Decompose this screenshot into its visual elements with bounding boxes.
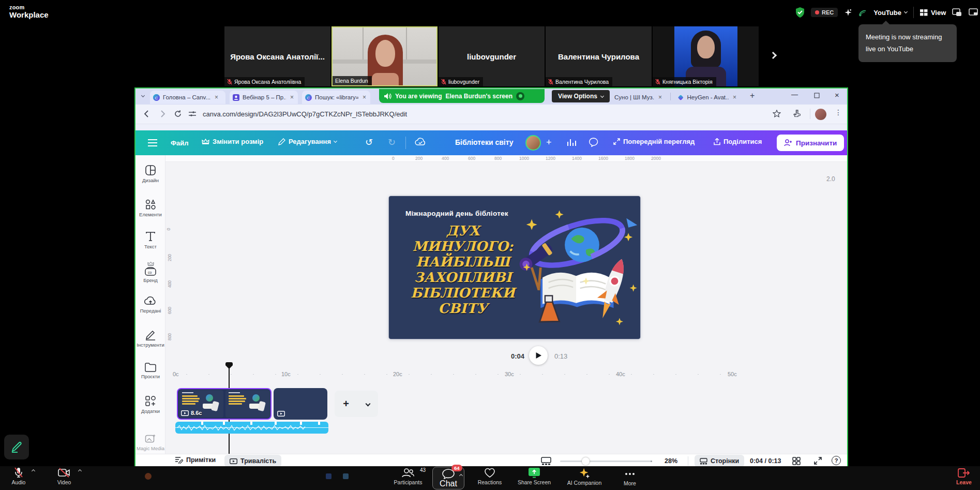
sidebar-item-magic-media[interactable]: Magic Media xyxy=(135,434,165,451)
tab-title: Головна – Canv... xyxy=(163,94,210,100)
close-tab-icon[interactable]: × xyxy=(733,94,736,101)
ai-companion-topbar-icon[interactable] xyxy=(844,8,852,17)
preview-button[interactable]: Попередній перегляд xyxy=(613,138,695,145)
fullscreen-icon[interactable] xyxy=(814,457,822,465)
add-collaborator-icon[interactable]: + xyxy=(546,137,552,148)
browser-tab-webinar[interactable]: Вебінар 5 – Пр... × xyxy=(230,91,298,104)
site-info-icon[interactable] xyxy=(188,110,197,117)
video-bg-cabinet-line xyxy=(406,27,407,64)
minimize-window-icon[interactable]: — xyxy=(791,91,798,98)
timeline-clip-2[interactable] xyxy=(274,388,327,420)
slide-kicker-text[interactable]: Міжнародний день бібліотек xyxy=(405,210,508,217)
next-participants-arrow[interactable] xyxy=(770,52,777,59)
hamburger-menu-icon[interactable] xyxy=(148,139,157,140)
new-tab-button[interactable]: + xyxy=(750,91,755,100)
tab-search-chevron-icon[interactable] xyxy=(141,94,145,97)
resize-button[interactable]: Змінити розмір xyxy=(202,138,263,145)
add-page-button[interactable]: + xyxy=(335,391,378,417)
assign-button[interactable]: Призначити xyxy=(777,135,844,151)
help-button[interactable]: ? xyxy=(832,456,841,465)
close-tab-icon[interactable]: × xyxy=(290,94,294,101)
file-menu-button[interactable]: Файл xyxy=(171,139,189,147)
timeline-clip-1[interactable]: 8.6с xyxy=(177,388,272,420)
participant-tile-churylova[interactable]: Валентина Чурилова Валентина Чурилова xyxy=(546,26,652,86)
participant-tile-kniahnytska[interactable]: Княгницька Вікторія xyxy=(653,26,759,86)
sidebar-item-tools[interactable]: Інструменти xyxy=(135,329,165,348)
editing-mode-button[interactable]: Редагування xyxy=(278,138,337,145)
recording-indicator[interactable]: REC xyxy=(811,8,838,17)
zoom-percent-label[interactable]: 28% xyxy=(665,457,677,465)
close-tab-icon[interactable]: × xyxy=(658,94,662,101)
collaborator-avatar[interactable] xyxy=(525,135,541,151)
audio-button[interactable]: Audio xyxy=(4,467,33,485)
redo-icon[interactable]: ↻ xyxy=(388,137,396,148)
zoom-slider-thumb[interactable] xyxy=(582,457,590,465)
participant-tile-yarova[interactable]: Ярова Оксана Анатолії... Ярова Оксана Ан… xyxy=(224,26,330,86)
chat-button[interactable]: Chat 64 xyxy=(432,467,464,489)
fullscreen-window-icon[interactable] xyxy=(969,8,979,17)
tooltip-line2: live on YouTube xyxy=(866,43,949,55)
profile-avatar[interactable] xyxy=(815,109,826,120)
bookmark-star-icon[interactable] xyxy=(773,110,781,118)
pages-button[interactable]: Сторінки xyxy=(695,455,744,467)
insights-chart-icon[interactable] xyxy=(567,138,576,147)
participant-tile-liubovgunder[interactable]: liubovgunder liubovgunder xyxy=(439,26,545,86)
close-tab-icon[interactable]: × xyxy=(215,94,218,101)
audio-track[interactable] xyxy=(175,422,328,434)
notes-button[interactable]: Примітки xyxy=(175,456,216,464)
share-screen-button[interactable]: Share Screen xyxy=(515,467,554,485)
duration-tab[interactable]: Тривалість xyxy=(224,455,281,467)
close-window-icon[interactable]: × xyxy=(835,91,839,99)
expand-icon xyxy=(613,138,620,145)
design-title[interactable]: Бібліотеки світу xyxy=(455,138,514,146)
undo-icon[interactable]: ↺ xyxy=(365,137,373,148)
browser-tab-heygen[interactable]: HeyGen - Avat... × xyxy=(674,91,740,104)
chat-options-caret[interactable] xyxy=(459,474,463,478)
more-button[interactable]: More xyxy=(616,467,643,486)
share-button[interactable]: Поділитися xyxy=(714,138,762,145)
sidebar-item-brand[interactable]: co Бренд xyxy=(135,262,165,283)
reload-icon[interactable] xyxy=(174,110,182,118)
forward-icon[interactable] xyxy=(158,110,167,118)
restore-window-icon[interactable] xyxy=(814,93,820,98)
comments-icon[interactable] xyxy=(589,138,598,147)
url-text[interactable]: canva.com/design/DAG2l3PUwCQ/p7gCTKZcNPr… xyxy=(203,110,407,118)
extensions-puzzle-icon[interactable] xyxy=(793,110,802,118)
browser-tab-canva-home[interactable]: C Головна – Canv... × xyxy=(150,91,225,104)
live-stream-icon[interactable] xyxy=(858,9,867,17)
magic-media-icon xyxy=(145,434,156,444)
ai-companion-button[interactable]: AI Companion xyxy=(564,467,605,486)
minimize-pip-icon[interactable] xyxy=(952,8,962,17)
back-icon[interactable] xyxy=(143,110,151,118)
browser-tab-search-library[interactable]: C Пошук: «library»... × xyxy=(302,91,370,104)
grid-view-icon[interactable] xyxy=(792,457,801,465)
close-tab-icon[interactable]: × xyxy=(363,94,366,101)
sidebar-item-uploads[interactable]: Передані xyxy=(135,296,165,314)
timeline-view-icon[interactable] xyxy=(541,457,551,465)
slide-title-text[interactable]: ДУХ МИНУЛОГО: НАЙБІЛЬШ ЗАХОПЛИВІ БІБЛІОТ… xyxy=(398,223,527,316)
chrome-menu-icon[interactable]: ⋮ xyxy=(835,108,842,116)
slider-end-dot xyxy=(651,461,652,462)
slide-illustration[interactable] xyxy=(512,203,640,334)
sidebar-item-text[interactable]: Текст xyxy=(135,231,165,249)
leave-button[interactable]: Leave xyxy=(949,467,978,485)
sidebar-item-projects[interactable]: Проєкти xyxy=(135,362,165,379)
participant-tile-elena-video[interactable]: Elena Burdun xyxy=(331,26,438,86)
sidebar-item-design[interactable]: Дизайн xyxy=(135,165,165,183)
tab-title: Пошук: «library»... xyxy=(315,94,358,100)
view-options-button[interactable]: View Options xyxy=(552,90,610,102)
sidebar-item-apps[interactable]: Додатки xyxy=(135,395,165,414)
canvas-workspace[interactable]: 0 200 400 600 800 2.0 Міжнародний день б… xyxy=(165,162,847,466)
play-button[interactable] xyxy=(529,346,548,365)
reactions-button[interactable]: Reactions xyxy=(472,467,508,485)
annotate-button[interactable] xyxy=(4,435,29,459)
sidebar-item-elements[interactable]: Елементи xyxy=(135,199,165,217)
viewing-eye-icon[interactable] xyxy=(516,92,524,100)
view-button[interactable]: View xyxy=(920,9,946,17)
video-button[interactable]: Video xyxy=(50,467,79,485)
browser-tab-suno[interactable]: Суно | ШІ Муз... × xyxy=(611,91,665,104)
zoom-slider[interactable] xyxy=(560,461,652,462)
slide-page[interactable]: Міжнародний день бібліотек ДУХ МИНУЛОГО:… xyxy=(389,196,640,339)
v-ruler-num: 0 xyxy=(166,228,171,231)
youtube-stream-menu[interactable]: YouTube xyxy=(873,9,907,17)
